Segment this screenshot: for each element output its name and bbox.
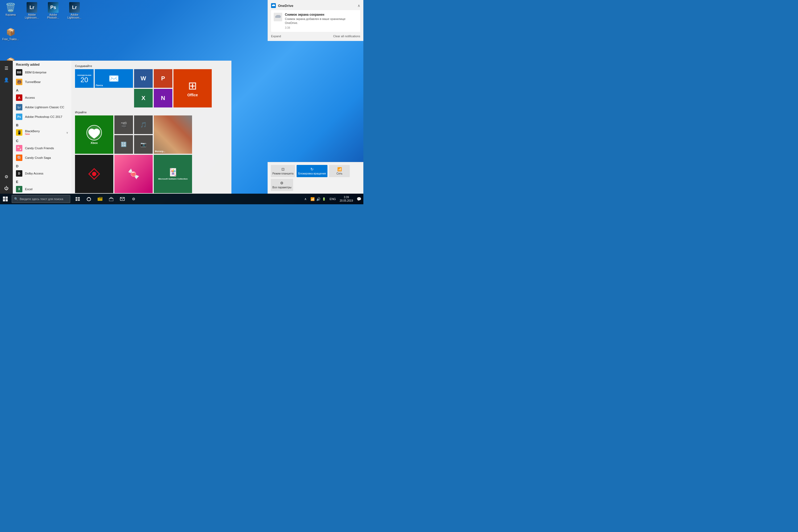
- notification-body-title: Снимок экрана сохранен: [285, 13, 358, 17]
- desktop-icon-ps[interactable]: Ps Adobe Photosh...: [45, 2, 62, 19]
- tile-office[interactable]: ⊞ Office: [173, 69, 212, 108]
- sidebar-settings[interactable]: ⚙: [1, 171, 12, 182]
- section-c: C: [13, 137, 71, 144]
- expand-btn[interactable]: Expand: [271, 35, 281, 38]
- taskbar-date: 20.05.2019: [340, 199, 353, 203]
- app-item-bbm[interactable]: BB BBM Enterprise: [13, 68, 71, 77]
- tile-ppt[interactable]: P: [154, 69, 172, 88]
- taskbar-tray-icons: 📶 🔊 🔋: [309, 197, 327, 201]
- taskbar-edge[interactable]: [83, 194, 94, 204]
- svg-point-2: [92, 172, 96, 176]
- app-item-candy-saga[interactable]: 🍭 Candy Crush Saga: [13, 153, 71, 163]
- app-item-candy-friends[interactable]: 🍬 Candy Crush Friends: [13, 144, 71, 153]
- app-item-tunnelbear[interactable]: 🐻 TunnelBear: [13, 77, 71, 87]
- notification-close-btn[interactable]: ∧: [358, 3, 360, 8]
- app-item-excel[interactable]: X Excel: [13, 184, 71, 194]
- taskbar-chevron[interactable]: ∧: [303, 194, 308, 204]
- svg-rect-11: [3, 199, 5, 201]
- tray-volume[interactable]: 🔊: [316, 197, 321, 201]
- tile-xbox[interactable]: Xbox: [75, 115, 113, 154]
- taskbar-explorer[interactable]: [95, 194, 105, 204]
- taskbar-time: 3:39: [340, 195, 353, 199]
- taskbar-store[interactable]: [106, 194, 116, 204]
- xbox-label: Xbox: [91, 141, 98, 145]
- tile-mail[interactable]: ✉️ Почта: [95, 69, 133, 88]
- tray-battery: 🔋: [322, 197, 326, 201]
- action-tablet-mode[interactable]: ⊡ Режим планшета: [271, 165, 295, 177]
- app-item-dolby[interactable]: D Dolby Access: [13, 169, 71, 178]
- taskbar-search[interactable]: 🔍 Введите здесь текст для поиска: [12, 195, 70, 203]
- action-all-settings[interactable]: ⚙ Все параметры: [271, 179, 293, 191]
- tile-camera[interactable]: 📷: [134, 135, 153, 154]
- tile-candy-friends[interactable]: 🍬: [114, 155, 153, 193]
- office-label: Office: [187, 93, 198, 97]
- tile-onenote[interactable]: N: [154, 89, 172, 108]
- app-item-blackberry[interactable]: 📱 BlackBerry New ∨: [13, 128, 71, 137]
- tiles-section-play: Играйте Xbox 🎬: [75, 111, 228, 194]
- tile-groove[interactable]: 🎵: [134, 115, 153, 134]
- tiles-area: Создавайте понедельник 20 ✉️ Почта: [71, 61, 231, 194]
- section-e: E: [13, 178, 71, 184]
- onedrive-icon: [271, 3, 276, 8]
- notification-card-icon: [274, 13, 282, 21]
- tile-calc[interactable]: 🔢: [114, 135, 133, 154]
- app-item-access[interactable]: A Access: [13, 93, 71, 102]
- taskbar-settings[interactable]: ⚙: [128, 194, 139, 204]
- notification-time: 3:38: [285, 26, 358, 29]
- tile-calendar[interactable]: понедельник 20: [75, 69, 94, 88]
- notification-app-name: OneDrive: [278, 4, 293, 8]
- action-network[interactable]: 📶 Сеть: [329, 165, 350, 177]
- svg-rect-19: [109, 198, 113, 201]
- clear-all-btn[interactable]: Clear all notifications: [333, 35, 360, 38]
- play-label: Играйте: [75, 111, 228, 114]
- notification-body: Снимок экрана сохранен Снимок экрана доб…: [285, 13, 358, 29]
- taskbar-right: ∧ 📶 🔊 🔋 ENG 3:39 20.05.2019 💬: [303, 194, 363, 204]
- desktop-icon-lr1[interactable]: Lr Adobe Lightroom...: [23, 2, 40, 19]
- taskbar-lang[interactable]: ENG: [328, 194, 337, 204]
- tile-word[interactable]: W: [134, 69, 153, 88]
- solitaire-label: Microsoft Solitaire Collection: [158, 178, 188, 180]
- tile-photos[interactable]: Фотогр...: [154, 115, 192, 154]
- app-list: Recently added BB BBM Enterprise 🐻 Tunne…: [13, 61, 71, 194]
- svg-rect-10: [5, 196, 8, 199]
- desktop: 🗑️ Корзина Lr Adobe Lightroom... Ps Adob…: [0, 0, 363, 204]
- desktop-icon-free-traktor[interactable]: 📦 Free_Trakto...: [2, 26, 19, 41]
- sidebar-power[interactable]: ⏻: [1, 183, 12, 194]
- app-item-photoshop[interactable]: Ps Adobe Photoshop CC 2017: [13, 112, 71, 121]
- svg-rect-18: [98, 198, 102, 201]
- start-sidebar: ☰ 👤 ⚙ ⏻: [0, 61, 13, 194]
- tile-solitaire[interactable]: 🃏 Microsoft Solitaire Collection: [154, 155, 192, 193]
- tile-excel[interactable]: X: [134, 89, 153, 108]
- create-label: Создавайте: [75, 64, 228, 68]
- desktop-icon-lr2[interactable]: Lr Adobe Lightroom...: [66, 2, 83, 19]
- taskbar-taskview[interactable]: [72, 194, 83, 204]
- svg-rect-12: [5, 199, 8, 201]
- tiles-section-create: Создавайте понедельник 20 ✉️ Почта: [75, 64, 228, 108]
- app-item-lightroom[interactable]: Lr Adobe Lightroom Classic CC: [13, 102, 71, 112]
- start-menu: ☰ 👤 ⚙ ⏻ Recently added BB BBM Enterprise…: [0, 61, 231, 194]
- notification-panel: OneDrive ∧ Снимок экрана сохранен Снимок…: [268, 0, 363, 41]
- taskbar-action-center[interactable]: 💬: [356, 194, 362, 204]
- tile-movies[interactable]: 🎬: [114, 115, 133, 134]
- notification-header: OneDrive ∧: [271, 3, 360, 8]
- sidebar-hamburger[interactable]: ☰: [1, 63, 12, 73]
- desktop-icon-recycle[interactable]: 🗑️ Корзина: [2, 2, 19, 19]
- svg-rect-14: [78, 197, 80, 199]
- taskbar-mail[interactable]: [117, 194, 128, 204]
- taskbar-clock[interactable]: 3:39 20.05.2019: [338, 195, 355, 203]
- notification-body-text: Снимок экрана добавлен в ваше хранилище …: [285, 17, 358, 25]
- section-d: D: [13, 163, 71, 169]
- tray-network[interactable]: 📶: [310, 197, 315, 201]
- taskbar-middle: ⚙: [72, 194, 139, 204]
- notification-footer: Expand Clear all notifications: [271, 35, 360, 38]
- search-icon: 🔍: [14, 197, 18, 201]
- tile-flipboard[interactable]: [75, 155, 113, 193]
- calendar-num: 20: [81, 76, 88, 83]
- mail-label: Почта: [96, 84, 103, 87]
- sidebar-user[interactable]: 👤: [1, 75, 12, 85]
- action-rotation-lock[interactable]: ↻ Блокировка вращения: [297, 165, 327, 177]
- svg-rect-16: [78, 199, 80, 201]
- action-buttons: ⊡ Режим планшета ↻ Блокировка вращения 📶…: [271, 165, 360, 191]
- svg-rect-15: [76, 199, 77, 201]
- start-button[interactable]: [0, 194, 11, 204]
